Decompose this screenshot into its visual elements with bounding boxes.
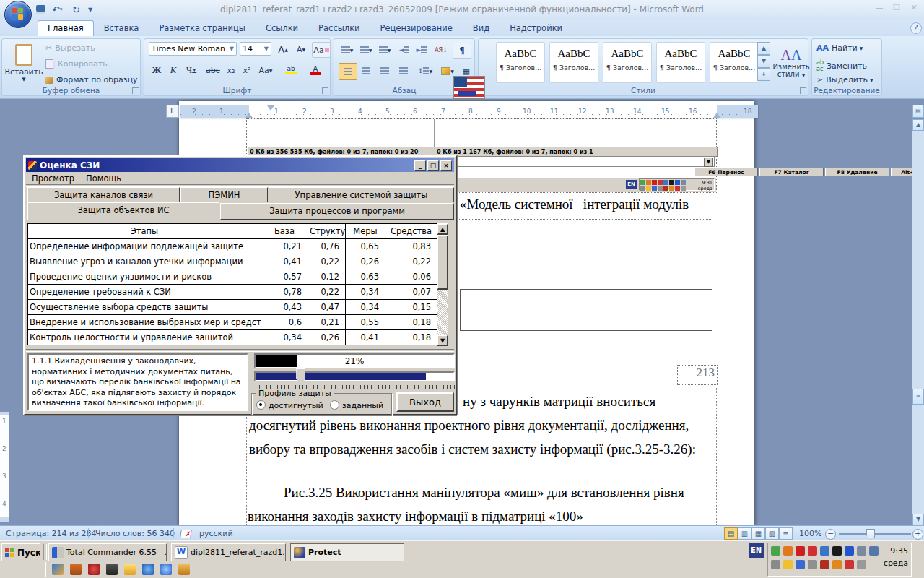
show-marks-button[interactable]: ¶ bbox=[453, 43, 471, 59]
clear-formatting-button[interactable]: Аа bbox=[312, 42, 331, 58]
align-center-button[interactable] bbox=[357, 63, 375, 79]
dialog-launcher-icon[interactable] bbox=[800, 87, 806, 94]
word-count[interactable]: Число слов: 56 340 bbox=[95, 529, 175, 538]
change-styles-button[interactable]: АA Изменитьстили ▼ bbox=[775, 42, 808, 84]
web-layout-view-icon[interactable]: ▦ bbox=[751, 527, 765, 540]
tc-fkey-button[interactable]: F8 Удаление bbox=[825, 168, 889, 176]
zoom-slider-thumb[interactable] bbox=[866, 529, 875, 540]
tc-fkey-button[interactable]: F7 Каталог bbox=[759, 168, 824, 176]
quick-launch-icon[interactable] bbox=[88, 564, 100, 575]
dialog-tab[interactable]: Защита объектов ИС bbox=[27, 202, 219, 220]
table-row[interactable]: Определение требований к СЗИ0,780,220,34… bbox=[28, 285, 437, 300]
italic-button[interactable]: К bbox=[166, 62, 180, 78]
ribbon-tab[interactable]: Ссылки bbox=[256, 20, 308, 36]
align-right-button[interactable] bbox=[376, 63, 393, 79]
table-row[interactable]: Проведение оценки уязвимости и рисков0,5… bbox=[28, 269, 437, 285]
ribbon-tab[interactable]: Рецензирование bbox=[370, 20, 463, 36]
dialog-tab[interactable]: Управление системой защиты bbox=[269, 187, 454, 202]
tray-icon[interactable] bbox=[832, 546, 842, 556]
ruler-toggle-button[interactable]: ▤ bbox=[912, 105, 924, 118]
highlight-button[interactable]: ab bbox=[280, 62, 302, 78]
tray-icon[interactable] bbox=[857, 546, 866, 556]
style-gallery-item[interactable]: AaBbC¶ Заголов... bbox=[656, 42, 705, 83]
dialog-minimize-button[interactable]: _ bbox=[414, 160, 426, 171]
quick-launch-icon[interactable] bbox=[142, 564, 154, 575]
tab-stop-selector[interactable]: L bbox=[166, 105, 179, 118]
line-spacing-button[interactable]: ↕▼ bbox=[415, 63, 435, 79]
zoom-slider-track[interactable] bbox=[839, 533, 911, 535]
underline-button[interactable]: Ч▼ bbox=[182, 62, 201, 78]
scroll-up-icon[interactable]: ▲ bbox=[437, 223, 448, 235]
tray-icon[interactable] bbox=[796, 560, 805, 569]
start-button[interactable]: Пуск bbox=[1, 543, 40, 561]
radio-achieved[interactable]: достигнутый bbox=[256, 400, 323, 410]
tray-icon[interactable] bbox=[857, 560, 866, 569]
ribbon-tab[interactable]: Главная bbox=[38, 20, 94, 36]
font-color-button[interactable]: А bbox=[305, 62, 326, 78]
right-indent-marker[interactable] bbox=[713, 113, 720, 118]
ribbon-tab[interactable]: Рассылки bbox=[308, 20, 370, 36]
menu-help[interactable]: Помощь bbox=[80, 173, 127, 184]
zoom-in-icon[interactable]: + bbox=[912, 529, 923, 540]
scroll-up-icon[interactable]: ▲ bbox=[912, 119, 924, 131]
table-row[interactable]: Осуществление выбора средств защиты0,430… bbox=[28, 300, 437, 315]
tray-icon[interactable] bbox=[808, 560, 817, 569]
table-row[interactable]: Внедрение и использование выбраных мер и… bbox=[28, 315, 437, 330]
font-name-combo[interactable]: Times New Roman▼ bbox=[149, 42, 237, 56]
tray-icon[interactable] bbox=[832, 560, 842, 569]
shrink-font-button[interactable]: А▼ bbox=[293, 42, 309, 56]
replace-button[interactable]: abacЗаменить bbox=[816, 59, 880, 72]
dialog-launcher-icon[interactable] bbox=[132, 87, 139, 94]
tray-icon[interactable] bbox=[869, 546, 879, 556]
dialog-title-bar[interactable]: Оценка СЗИ _ □ × bbox=[26, 158, 454, 172]
task-word-document[interactable]: W dipl2811_referat_razd1... bbox=[171, 543, 286, 561]
dialog-tab[interactable]: Защита процессов и программ bbox=[220, 203, 454, 220]
dialog-close-button[interactable]: × bbox=[440, 160, 452, 171]
style-gallery-item[interactable]: AaBbC¶ Заголов... bbox=[549, 42, 598, 83]
qat-customize-button[interactable]: ▼̄ bbox=[88, 3, 92, 16]
scroll-down-icon[interactable]: ▼ bbox=[912, 514, 924, 525]
radio-specified[interactable]: заданный bbox=[330, 400, 383, 410]
table-row[interactable]: Контроль целостности и управление защито… bbox=[28, 330, 437, 345]
tray-icon[interactable] bbox=[820, 560, 829, 569]
menu-view[interactable]: Просмотр bbox=[26, 173, 80, 184]
page-indicator[interactable]: Страница: 214 из 284 bbox=[6, 529, 97, 538]
print-layout-view-icon[interactable]: ▤ bbox=[724, 527, 738, 540]
increase-indent-button[interactable]: ► bbox=[414, 43, 430, 57]
quick-launch-icon[interactable] bbox=[124, 564, 136, 575]
strikethrough-button[interactable]: abc bbox=[204, 62, 222, 78]
justify-button[interactable] bbox=[395, 63, 412, 79]
scroll-down-icon[interactable]: ▼ bbox=[437, 335, 448, 346]
level-slider-track[interactable] bbox=[254, 371, 455, 381]
align-left-button[interactable] bbox=[339, 63, 357, 80]
dialog-launcher-icon[interactable] bbox=[322, 87, 328, 94]
tray-icon[interactable] bbox=[771, 560, 780, 569]
tray-icon[interactable] bbox=[783, 560, 793, 569]
chevron-up-icon[interactable]: ▲ bbox=[757, 42, 770, 55]
reading-view-icon[interactable]: ▥ bbox=[738, 527, 751, 540]
multilevel-list-button[interactable]: ▼ bbox=[376, 43, 393, 57]
save-button[interactable] bbox=[36, 3, 45, 16]
zoom-level[interactable]: 100% bbox=[799, 529, 821, 538]
task-total-commander[interactable]: Total Commander 6.55 - ... bbox=[48, 543, 167, 561]
ribbon-tab[interactable]: Надстройки bbox=[500, 20, 572, 36]
tray-icon[interactable] bbox=[808, 546, 817, 556]
zoom-out-icon[interactable]: − bbox=[825, 529, 836, 540]
table-scrollbar[interactable]: ▲ ▼ bbox=[437, 223, 448, 346]
decrease-indent-button[interactable]: ◄ bbox=[396, 43, 412, 57]
vertical-scrollbar[interactable]: ▲ ≡ ▼ bbox=[912, 119, 924, 525]
bold-button[interactable]: Ж bbox=[149, 62, 165, 78]
taskbar-language-indicator[interactable]: EN bbox=[749, 543, 764, 558]
change-case-button[interactable]: Аа▼ bbox=[256, 62, 276, 78]
bullets-button[interactable]: ▼ bbox=[339, 43, 356, 57]
numbering-button[interactable]: ▼ bbox=[357, 43, 375, 57]
quick-launch-icon[interactable] bbox=[70, 564, 82, 575]
slider-thumb[interactable] bbox=[296, 368, 305, 384]
tray-icon[interactable] bbox=[845, 546, 854, 556]
select-button[interactable]: ➢Выделить▼ bbox=[816, 75, 880, 85]
dialog-maximize-button[interactable]: □ bbox=[427, 160, 439, 171]
maximize-button[interactable]: ❐ bbox=[889, 3, 905, 13]
close-button[interactable]: ✕ bbox=[906, 3, 922, 13]
tray-icon[interactable] bbox=[845, 560, 854, 569]
ribbon-tab[interactable]: Вид bbox=[463, 20, 500, 36]
